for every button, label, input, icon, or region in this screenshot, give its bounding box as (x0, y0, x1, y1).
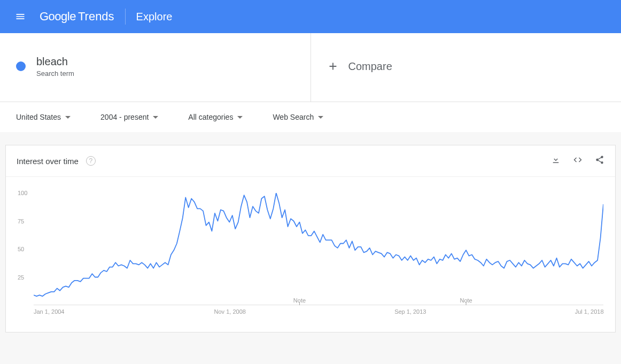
filter-search-type[interactable]: Web Search (273, 113, 323, 121)
logo-google-text: Google (40, 10, 76, 24)
menu-icon[interactable] (11, 7, 30, 26)
chart-svg (34, 193, 603, 305)
plus-icon (327, 60, 339, 72)
filter-time[interactable]: 2004 - present (100, 113, 158, 121)
chevron-down-icon (237, 116, 243, 119)
x-tick-label: Jul 1, 2018 (575, 308, 604, 315)
x-tick-label: Sep 1, 2013 (394, 308, 426, 315)
compare-cell[interactable]: Compare (311, 33, 622, 102)
series-color-dot (16, 61, 26, 71)
app-header: Google Trends Explore (0, 0, 621, 33)
y-tick-label: 100 (18, 190, 27, 196)
term-name: bleach (36, 56, 74, 68)
logo[interactable]: Google Trends (40, 10, 114, 24)
filter-category[interactable]: All categories (188, 113, 243, 121)
chevron-down-icon (65, 116, 71, 119)
x-tick-label: Nov 1, 2008 (214, 308, 246, 315)
embed-icon[interactable] (572, 155, 583, 167)
chart-title: Interest over time (17, 157, 79, 166)
filters-row: United States 2004 - present All categor… (0, 102, 621, 132)
share-icon[interactable] (595, 155, 604, 167)
filter-category-label: All categories (188, 113, 233, 121)
chevron-down-icon (153, 116, 158, 119)
filter-search-type-label: Web Search (273, 113, 314, 121)
note-label: Note (293, 297, 306, 304)
filter-region-label: United States (16, 113, 61, 121)
plot-area[interactable]: 255075100 (34, 193, 603, 305)
chart-card: Interest over time ? 255075100 NoteNoteJ… (5, 145, 616, 332)
logo-trends-text: Trends (78, 10, 114, 24)
download-icon[interactable] (551, 155, 561, 167)
chart-body: 255075100 NoteNoteJan 1, 2004Nov 1, 2008… (6, 177, 615, 332)
help-icon[interactable]: ? (86, 156, 96, 166)
filter-region[interactable]: United States (16, 113, 71, 121)
x-axis-labels: NoteNoteJan 1, 2004Nov 1, 2008Sep 1, 201… (34, 305, 603, 316)
y-tick-label: 50 (18, 246, 24, 252)
x-tick-label: Jan 1, 2004 (34, 308, 65, 315)
y-tick-label: 75 (18, 218, 24, 224)
search-terms-row: bleach Search term Compare (0, 33, 621, 102)
note-label: Note (460, 297, 472, 304)
y-tick-label: 25 (18, 274, 24, 281)
divider (125, 9, 126, 25)
nav-explore[interactable]: Explore (136, 11, 173, 23)
compare-label: Compare (348, 60, 392, 73)
chevron-down-icon (318, 116, 323, 119)
filter-time-label: 2004 - present (100, 113, 149, 121)
term-type: Search term (36, 69, 74, 78)
term-cell-1[interactable]: bleach Search term (0, 33, 311, 102)
